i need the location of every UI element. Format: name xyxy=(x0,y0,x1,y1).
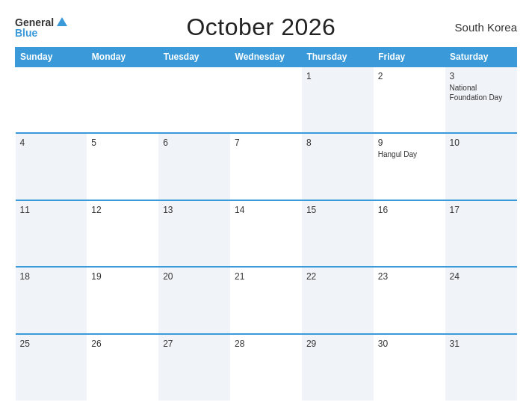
calendar-cell: 23 xyxy=(374,267,445,333)
cell-day-number: 16 xyxy=(378,205,441,215)
cell-day-number: 31 xyxy=(450,339,513,349)
cell-event-label: National Foundation Day xyxy=(450,83,513,102)
cell-day-number: 13 xyxy=(163,205,226,215)
calendar-page: General Blue October 2026 South Korea Su… xyxy=(0,0,532,411)
calendar-table: Sunday Monday Tuesday Wednesday Thursday… xyxy=(15,47,517,401)
calendar-cell: 26 xyxy=(87,334,158,401)
cell-day-number: 12 xyxy=(91,205,154,215)
calendar-cell xyxy=(230,67,302,133)
calendar-cell: 21 xyxy=(230,267,302,333)
calendar-cell: 30 xyxy=(374,334,445,401)
calendar-week-row: 456789Hangul Day10 xyxy=(16,133,517,200)
cell-day-number: 30 xyxy=(378,339,441,349)
cell-day-number: 20 xyxy=(163,271,226,282)
calendar-week-row: 11121314151617 xyxy=(16,200,517,267)
cell-day-number: 29 xyxy=(306,339,369,349)
cell-day-number: 5 xyxy=(91,137,154,148)
header-saturday: Saturday xyxy=(445,48,517,67)
cell-day-number: 11 xyxy=(20,205,83,215)
cell-event-label: Hangul Day xyxy=(378,149,441,159)
calendar-cell xyxy=(87,67,158,133)
calendar-cell: 14 xyxy=(230,200,302,267)
logo-triangle-icon xyxy=(57,17,67,26)
calendar-week-row: 25262728293031 xyxy=(16,334,517,401)
cell-day-number: 17 xyxy=(450,205,513,215)
calendar-cell: 7 xyxy=(230,133,302,200)
header-monday: Monday xyxy=(87,48,158,67)
cell-day-number: 25 xyxy=(20,339,83,349)
calendar-cell: 27 xyxy=(158,334,230,401)
cell-day-number: 7 xyxy=(235,137,297,148)
header-wednesday: Wednesday xyxy=(230,48,302,67)
cell-day-number: 27 xyxy=(163,339,226,349)
calendar-cell xyxy=(16,67,87,133)
calendar-cell: 3National Foundation Day xyxy=(445,67,517,133)
calendar-cell: 4 xyxy=(16,133,87,200)
calendar-week-row: 18192021222324 xyxy=(16,267,517,333)
calendar-cell: 19 xyxy=(87,267,158,333)
header-friday: Friday xyxy=(374,48,445,67)
cell-day-number: 22 xyxy=(306,271,369,282)
calendar-cell: 24 xyxy=(445,267,517,333)
cell-day-number: 14 xyxy=(235,205,297,215)
calendar-cell: 11 xyxy=(16,200,87,267)
cell-day-number: 8 xyxy=(306,137,369,148)
calendar-cell: 13 xyxy=(158,200,230,267)
cell-day-number: 23 xyxy=(378,271,441,282)
header-thursday: Thursday xyxy=(302,48,374,67)
header: General Blue October 2026 South Korea xyxy=(15,13,517,41)
calendar-title: October 2026 xyxy=(186,13,335,41)
cell-day-number: 10 xyxy=(450,137,513,148)
calendar-cell: 28 xyxy=(230,334,302,401)
calendar-cell: 25 xyxy=(16,334,87,401)
calendar-cell: 5 xyxy=(87,133,158,200)
cell-day-number: 15 xyxy=(306,205,369,215)
calendar-cell: 6 xyxy=(158,133,230,200)
calendar-cell: 31 xyxy=(445,334,517,401)
cell-day-number: 19 xyxy=(91,271,154,282)
cell-day-number: 28 xyxy=(235,339,297,349)
cell-day-number: 9 xyxy=(378,137,441,148)
calendar-cell: 16 xyxy=(374,200,445,267)
logo-general-text: General xyxy=(15,17,54,28)
calendar-cell: 17 xyxy=(445,200,517,267)
cell-day-number: 2 xyxy=(378,71,441,81)
cell-day-number: 18 xyxy=(20,271,83,282)
cell-day-number: 3 xyxy=(450,71,513,81)
calendar-cell: 8 xyxy=(302,133,374,200)
calendar-cell: 22 xyxy=(302,267,374,333)
calendar-cell xyxy=(158,67,230,133)
country-label: South Korea xyxy=(455,21,517,34)
calendar-cell: 18 xyxy=(16,267,87,333)
cell-day-number: 21 xyxy=(235,271,297,282)
weekday-header-row: Sunday Monday Tuesday Wednesday Thursday… xyxy=(16,48,517,67)
header-sunday: Sunday xyxy=(16,48,87,67)
calendar-cell: 9Hangul Day xyxy=(374,133,445,200)
calendar-cell: 20 xyxy=(158,267,230,333)
calendar-cell: 12 xyxy=(87,200,158,267)
cell-day-number: 4 xyxy=(20,137,83,148)
logo-blue-text: Blue xyxy=(15,28,67,38)
cell-day-number: 26 xyxy=(91,339,154,349)
calendar-cell: 29 xyxy=(302,334,374,401)
calendar-cell: 1 xyxy=(302,67,374,133)
calendar-cell: 15 xyxy=(302,200,374,267)
calendar-week-row: 123National Foundation Day xyxy=(16,67,517,133)
calendar-cell: 2 xyxy=(374,67,445,133)
cell-day-number: 1 xyxy=(306,71,369,81)
cell-day-number: 24 xyxy=(450,271,513,282)
header-tuesday: Tuesday xyxy=(158,48,230,67)
calendar-cell: 10 xyxy=(445,133,517,200)
cell-day-number: 6 xyxy=(163,137,226,148)
logo: General Blue xyxy=(15,17,67,38)
